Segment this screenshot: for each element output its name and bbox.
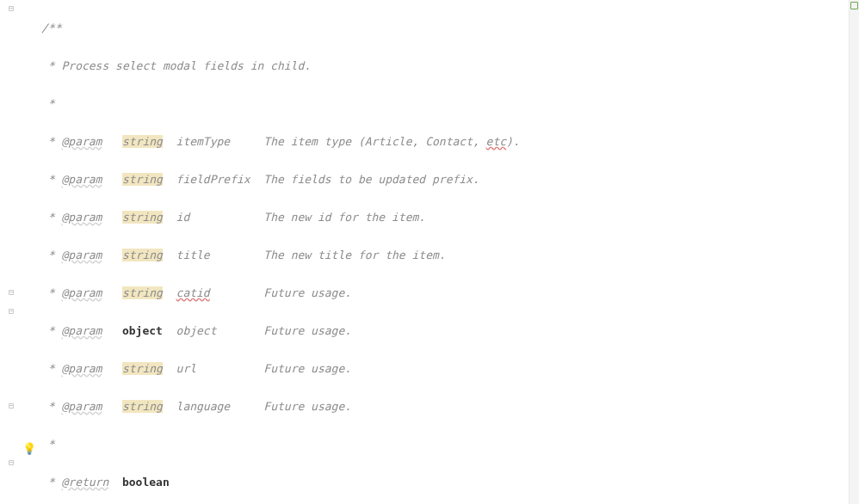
fold-marker-icon[interactable]: ⊟	[7, 458, 15, 467]
jsdoc-param: * @param string language Future usage.	[41, 400, 351, 413]
jsdoc-param: * @param string catid Future usage.	[41, 286, 351, 299]
jsdoc-param: * @param string fieldPrefix The fields t…	[41, 173, 479, 186]
fold-marker-icon[interactable]: ⊟	[7, 307, 15, 316]
editor-gutter: ⊟ ⊟ ⊟ ⊟ ⊟ 💡	[0, 0, 38, 504]
fold-marker-icon[interactable]: ⊟	[7, 288, 15, 297]
comment-text: *	[41, 438, 55, 451]
jsdoc-return: * @return boolean	[41, 476, 170, 489]
lightbulb-icon[interactable]: 💡	[22, 439, 34, 452]
jsdoc-param: * @param string itemType The item type (…	[41, 135, 520, 148]
comment-text: *	[41, 97, 55, 110]
code-editor[interactable]: /** * Process select modal fields in chi…	[41, 0, 847, 504]
fold-column: ⊟ ⊟ ⊟ ⊟ ⊟	[7, 0, 17, 504]
jsdoc-param: * @param string id The new id for the it…	[41, 211, 425, 224]
jsdoc-param: * @param string title The new title for …	[41, 249, 446, 261]
fold-marker-icon[interactable]: ⊟	[7, 4, 15, 13]
fold-marker-icon[interactable]: ⊟	[7, 402, 15, 410]
comment-text: * Process select modal fields in child.	[41, 59, 311, 72]
comment-text: /**	[41, 22, 61, 34]
jsdoc-param: * @param string url Future usage.	[41, 362, 351, 375]
inspection-status-icon[interactable]	[850, 2, 858, 9]
jsdoc-param: * @param object object Future usage.	[41, 324, 351, 337]
vertical-scrollbar[interactable]	[849, 0, 859, 504]
